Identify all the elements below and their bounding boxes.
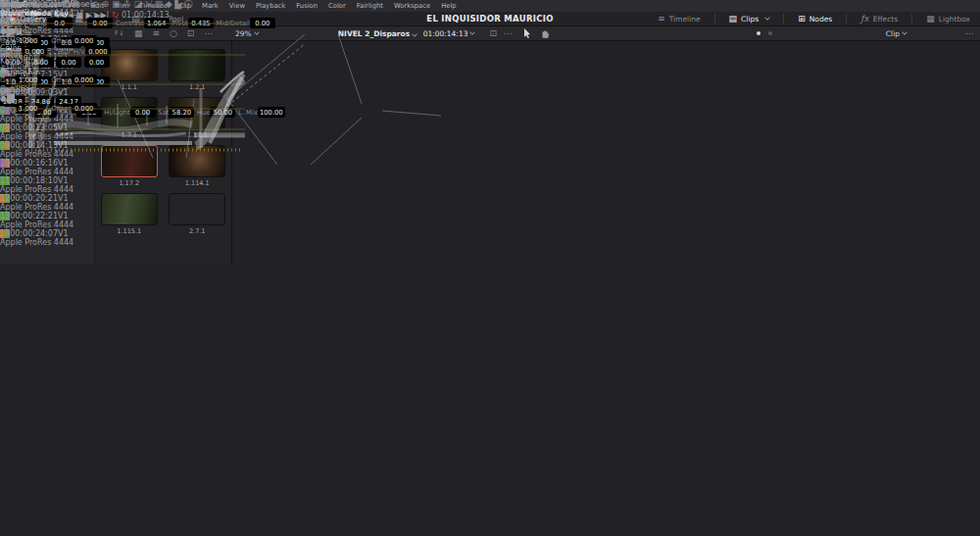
pointer-tool-icon[interactable] [523,28,532,38]
svg-text:10: 10 [14,106,22,113]
timeline-clip[interactable]: 1100:00:18:10V1Apple ProRes 4444 [0,176,74,194]
svg-text:100: 100 [11,81,23,88]
timeline-clip[interactable]: 1200:00:20:21V1Apple ProRes 4444 [0,194,74,212]
timeline-clip[interactable]: 1400:00:24:07V1Apple ProRes 4444 [0,229,74,247]
hand-tool-icon[interactable] [540,28,550,38]
media-page-icon: ▤ [0,9,8,18]
lum-mix-control[interactable]: L. Mix100.00 [238,108,285,117]
page-color[interactable]: Color [0,44,75,53]
page-deliver[interactable]: ➢Deliver [0,62,75,71]
page-fairlight[interactable]: ♪Fairlight [0,53,75,62]
settings-gear-icon[interactable] [20,71,29,80]
fusion-page-icon: ✑ [0,35,7,44]
node-options-icon[interactable]: ⋯ [965,29,974,38]
timeline-clip[interactable]: 1300:00:22:21V1Apple ProRes 4444 [0,212,74,229]
viewer-options-icon[interactable]: ⋯ [504,29,513,38]
edit-page-icon: ≣ [0,26,7,35]
page-edit[interactable]: ≣Edit [0,26,75,35]
page-cut[interactable]: ✂Cut [0,18,75,26]
node-page-dots[interactable] [757,31,772,35]
cut-page-icon: ✂ [0,18,7,26]
app-version-label: DaVinci Resolve 18 [0,0,75,9]
svg-text:0: 0 [18,145,22,152]
page-fusion[interactable]: ✑Fusion [0,35,75,44]
viewer-expand-icon[interactable]: ⊡ [489,29,497,38]
node-view-mode[interactable]: Clip [886,29,900,38]
page-media[interactable]: ▤Media [0,9,75,18]
home-icon[interactable]: ⌂ [0,71,6,80]
svg-text:1: 1 [18,126,22,133]
bottom-page-bar: DaVinci Resolve 18 ▤Media ✂Cut ≣Edit ✑Fu… [0,0,75,80]
scope-options-icon[interactable]: ⋯ [86,9,95,18]
